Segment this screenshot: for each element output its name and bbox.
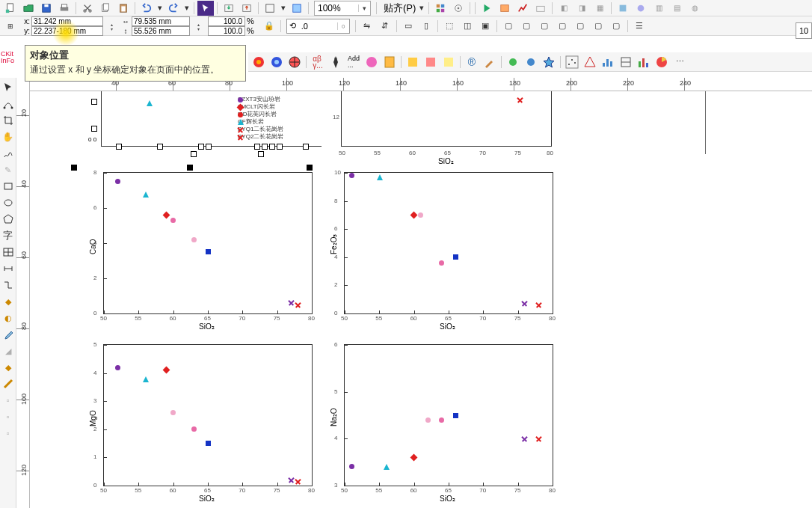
- order-e-icon[interactable]: ▢: [572, 19, 588, 34]
- ellipse-tool-icon[interactable]: [1, 195, 16, 210]
- options-icon[interactable]: [432, 1, 449, 16]
- mirror-v-icon[interactable]: ⇵: [377, 19, 393, 34]
- arrange-c-icon[interactable]: ▣: [477, 19, 493, 34]
- effects-tool-icon[interactable]: ◆: [1, 294, 16, 309]
- order-f-icon[interactable]: ▢: [590, 19, 606, 34]
- order-bwd-icon[interactable]: ▢: [554, 19, 570, 34]
- pan-tool-icon[interactable]: ✋: [1, 129, 16, 144]
- new-icon[interactable]: [2, 1, 19, 16]
- arrange-b-icon[interactable]: ◫: [459, 19, 476, 34]
- height-input[interactable]: [132, 26, 190, 36]
- ball-icon[interactable]: [286, 54, 303, 70]
- paste-icon[interactable]: [115, 1, 132, 16]
- brush-icon[interactable]: [482, 54, 498, 70]
- align-b-icon[interactable]: ▯: [418, 19, 434, 34]
- fill-tool-icon[interactable]: ◆: [1, 360, 16, 375]
- connector-tool-icon[interactable]: [1, 278, 16, 293]
- triangle-icon[interactable]: [582, 54, 598, 70]
- order-front-icon[interactable]: ▢: [500, 19, 517, 34]
- scatter-icon[interactable]: [564, 54, 580, 70]
- swatch-a-icon[interactable]: [405, 54, 421, 70]
- width-input[interactable]: [132, 16, 190, 26]
- extra-tool-1-icon[interactable]: ▫: [1, 393, 16, 408]
- export-icon[interactable]: [239, 1, 255, 16]
- polygon-tool-icon[interactable]: [1, 212, 16, 227]
- pie-icon[interactable]: [653, 54, 670, 70]
- selection-handle[interactable]: [307, 165, 313, 171]
- panel-na2o[interactable]: Na₂OSiO₂505560657075803456: [344, 344, 553, 486]
- panel-fe2o3[interactable]: Fe₂O₃SiO₂505560657075800246810: [344, 172, 553, 314]
- copy-icon[interactable]: [97, 1, 114, 16]
- order-fwd-icon[interactable]: ▢: [518, 19, 535, 34]
- bars-color-icon[interactable]: [636, 54, 652, 70]
- eyedropper-tool-icon[interactable]: [1, 327, 16, 342]
- outline-tool-icon[interactable]: [1, 376, 16, 391]
- flower-blue-icon[interactable]: [268, 54, 285, 70]
- play-icon[interactable]: [479, 1, 495, 16]
- alphabeta-icon[interactable]: αβγ...: [310, 54, 326, 70]
- zoom-input[interactable]: [315, 3, 358, 13]
- macro-icon[interactable]: [496, 1, 513, 16]
- right-clipped-input[interactable]: 10: [796, 22, 812, 39]
- shape-tool-icon[interactable]: [1, 97, 16, 111]
- align-panel-icon[interactable]: ☰: [631, 19, 648, 34]
- order-g-icon[interactable]: ▢: [608, 19, 624, 34]
- compass-icon[interactable]: N: [327, 54, 344, 70]
- brain-pink-icon[interactable]: [363, 54, 380, 70]
- selection-handle[interactable]: [71, 165, 77, 171]
- extra-a-icon[interactable]: [615, 1, 631, 16]
- add-icon[interactable]: Add...: [345, 54, 362, 70]
- rect-tool-icon[interactable]: [1, 179, 16, 194]
- undo-icon[interactable]: [138, 1, 155, 16]
- freehand-tool-icon[interactable]: [1, 146, 16, 161]
- wh-spin-dn[interactable]: ▾: [194, 26, 202, 31]
- text-tool-icon[interactable]: 字: [1, 228, 16, 243]
- more-icon[interactable]: ⋯: [671, 54, 688, 70]
- star-blue-icon[interactable]: [541, 54, 557, 70]
- rotation-drop-icon[interactable]: ○: [337, 22, 349, 30]
- save-icon[interactable]: [38, 1, 55, 16]
- artistic-tool-icon[interactable]: ✎: [1, 162, 16, 177]
- import-icon[interactable]: [221, 1, 237, 16]
- fullscreen-icon[interactable]: [262, 1, 278, 16]
- undo-drop-icon[interactable]: ▾: [156, 1, 164, 16]
- panel-mgo[interactable]: MgOSiO₂50556065707580012345: [103, 344, 313, 486]
- snap-menu[interactable]: 贴齐(P): [384, 1, 416, 15]
- registered-icon[interactable]: ®: [464, 54, 480, 70]
- scalex-input[interactable]: [208, 16, 245, 26]
- lock-ratio-icon[interactable]: 🔒: [261, 19, 277, 34]
- panel-partial-right[interactable]: 12: [341, 91, 552, 147]
- redo-drop-icon[interactable]: ▾: [183, 1, 191, 16]
- rotation-input[interactable]: [298, 22, 337, 31]
- open-icon[interactable]: [20, 1, 37, 16]
- circle-blue-icon[interactable]: [523, 54, 539, 70]
- canvas[interactable]: 0 0 SZXT3安山玢岩LMCLT闪长岩MD花英闪长岩CF辉长岩BYQ1二长花…: [30, 91, 812, 508]
- transparency-tool-icon[interactable]: ◐: [1, 310, 16, 325]
- fullscreen-drop-icon[interactable]: ▾: [280, 1, 287, 16]
- rotation-box[interactable]: ⟲ ○: [286, 19, 350, 34]
- swatch-c-icon[interactable]: [440, 54, 457, 70]
- calc-icon[interactable]: [381, 54, 398, 70]
- swatch-b-icon[interactable]: [422, 54, 439, 70]
- preview-icon[interactable]: [289, 1, 305, 16]
- extra-b-icon[interactable]: [633, 1, 649, 16]
- pointer-icon[interactable]: [197, 1, 214, 16]
- xy-spin-dn[interactable]: ▾: [108, 26, 115, 31]
- y-input[interactable]: [31, 26, 103, 36]
- print-icon[interactable]: [56, 1, 73, 16]
- histogram-icon[interactable]: [600, 54, 616, 70]
- table-tool-icon[interactable]: [1, 245, 16, 260]
- interactive-fill-icon[interactable]: ◢: [1, 343, 16, 358]
- panel-cao[interactable]: CaOSiO₂5055606570758002468: [103, 172, 313, 314]
- pick-tool-icon[interactable]: [1, 80, 16, 95]
- launch-icon[interactable]: [532, 1, 549, 16]
- align-a-icon[interactable]: ▭: [400, 19, 416, 34]
- dimension-tool-icon[interactable]: [1, 261, 16, 276]
- crop-tool-icon[interactable]: [1, 113, 16, 128]
- chart-icon[interactable]: [514, 1, 531, 16]
- mirror-h-icon[interactable]: ⇋: [359, 19, 375, 34]
- xy-grid-icon[interactable]: ⊞: [2, 19, 19, 34]
- circle-green-icon[interactable]: [505, 54, 521, 70]
- extra-tool-2-icon[interactable]: ▫: [1, 409, 16, 424]
- scaley-input[interactable]: [208, 26, 245, 36]
